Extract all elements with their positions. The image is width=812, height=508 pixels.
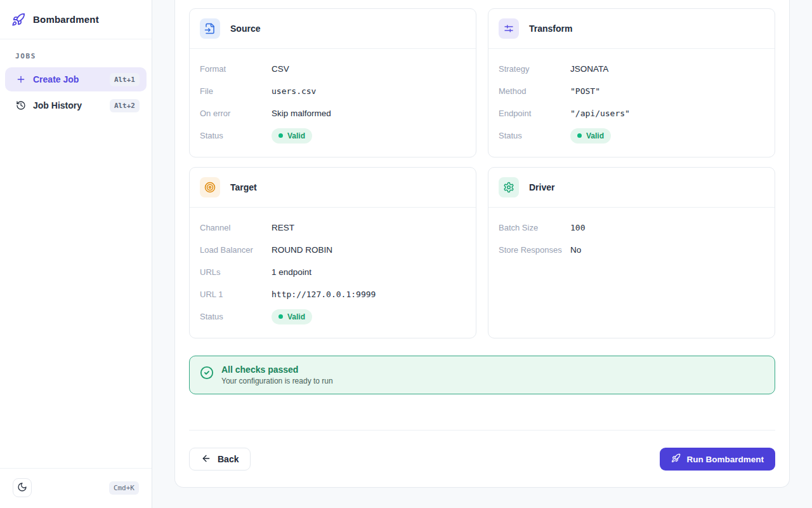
row-value: users.csv <box>272 86 316 96</box>
row-label: Status <box>499 131 570 140</box>
card-title: Transform <box>529 23 572 34</box>
file-input-icon <box>200 18 220 39</box>
card-title: Target <box>230 182 257 192</box>
row-label: URL 1 <box>200 290 272 299</box>
config-row: URL 1 http://127.0.0.1:9999 <box>200 283 466 305</box>
card-body: Strategy JSONATA Method "POST" Endpoint … <box>488 49 775 157</box>
panel-footer: Back Run Bombardment <box>189 430 775 471</box>
row-value: JSONATA <box>570 64 608 74</box>
row-value: 1 endpoint <box>272 267 311 277</box>
sidebar-item-job-history[interactable]: Job History Alt+2 <box>5 93 147 117</box>
config-row: File users.csv <box>200 80 466 102</box>
status-dot-icon <box>278 314 283 319</box>
sliders-icon <box>499 18 519 39</box>
target-icon <box>200 177 220 197</box>
sidebar-nav: JOBS Create Job Alt+1 Job History Alt+2 <box>0 39 152 468</box>
card-body: Batch Size 100 Store Responses No <box>488 208 775 271</box>
config-row: Status Valid <box>499 124 764 147</box>
nav-items: Create Job Alt+1 Job History Alt+2 <box>5 67 147 117</box>
status-badge: Valid <box>272 309 312 324</box>
row-label: On error <box>200 109 272 118</box>
row-value: Skip malformed <box>272 109 331 118</box>
shortcut-badge: Alt+2 <box>110 99 140 112</box>
config-row: Format CSV <box>200 58 466 80</box>
gear-icon <box>499 177 519 197</box>
row-label: File <box>200 86 272 96</box>
row-label: Method <box>499 86 570 96</box>
row-value: http://127.0.0.1:9999 <box>272 290 376 299</box>
row-label: Strategy <box>499 64 570 74</box>
card-source: Source Format CSV File users.csv On erro… <box>189 8 476 157</box>
row-value: No <box>570 245 581 255</box>
status-badge: Valid <box>570 128 611 144</box>
rocket-icon <box>671 453 681 465</box>
banner-title: All checks passed <box>221 364 333 375</box>
row-label: Store Responses <box>499 245 570 255</box>
card-header: Driver <box>488 168 775 208</box>
row-label: Status <box>200 131 272 140</box>
card-body: Format CSV File users.csv On error Skip … <box>190 49 476 157</box>
status-label: Valid <box>586 131 604 140</box>
review-panel: Source Format CSV File users.csv On erro… <box>174 0 790 488</box>
config-row: Channel REST <box>200 217 466 239</box>
run-bombardment-label: Run Bombardment <box>687 455 764 464</box>
run-bombardment-button[interactable]: Run Bombardment <box>660 448 776 471</box>
review-cards-grid: Source Format CSV File users.csv On erro… <box>189 8 775 338</box>
card-body: Channel REST Load Balancer ROUND ROBIN U… <box>190 208 476 338</box>
config-row: Status Valid <box>200 124 466 147</box>
row-label: Load Balancer <box>200 245 272 255</box>
card-transform: Transform Strategy JSONATA Method "POST"… <box>488 8 775 157</box>
config-row: Status Valid <box>200 305 466 328</box>
config-row: Store Responses No <box>499 239 764 261</box>
config-row: Load Balancer ROUND ROBIN <box>200 239 466 261</box>
row-value: ROUND ROBIN <box>272 245 332 255</box>
sidebar-item-create-job[interactable]: Create Job Alt+1 <box>5 67 147 91</box>
card-target: Target Channel REST Load Balancer ROUND … <box>189 167 476 338</box>
moon-icon <box>17 482 27 494</box>
status-label: Valid <box>287 312 305 321</box>
status-dot-icon <box>577 133 582 138</box>
row-value: 100 <box>570 223 585 232</box>
history-icon <box>16 100 26 110</box>
config-row: Endpoint "/api/users" <box>499 102 764 124</box>
row-value: REST <box>272 223 294 232</box>
config-row: Batch Size 100 <box>499 217 764 239</box>
card-header: Source <box>190 9 476 49</box>
row-label: Status <box>200 312 272 321</box>
sidebar-header: Bombardment <box>0 0 152 39</box>
main-area: Source Format CSV File users.csv On erro… <box>152 0 812 508</box>
app-title: Bombardment <box>33 14 99 25</box>
check-circle-icon <box>200 366 214 380</box>
row-label: Endpoint <box>499 109 570 118</box>
status-badge: Valid <box>272 128 312 144</box>
card-title: Source <box>230 23 260 34</box>
back-button[interactable]: Back <box>189 448 251 471</box>
back-button-label: Back <box>218 454 239 464</box>
status-dot-icon <box>278 133 283 138</box>
config-row: Strategy JSONATA <box>499 58 764 80</box>
card-title: Driver <box>529 182 554 192</box>
nav-section-label: JOBS <box>5 47 147 67</box>
rocket-icon <box>11 13 25 27</box>
row-label: Channel <box>200 223 272 232</box>
card-driver: Driver Batch Size 100 Store Responses No <box>488 167 775 338</box>
sidebar-item-label: Create Job <box>33 74 79 84</box>
command-palette-shortcut[interactable]: Cmd+K <box>109 481 139 495</box>
row-label: URLs <box>200 267 272 277</box>
shortcut-badge: Alt+1 <box>110 73 140 86</box>
sidebar-item-label: Job History <box>33 100 82 110</box>
row-value: "/api/users" <box>570 109 630 118</box>
row-label: Format <box>200 64 272 74</box>
card-header: Target <box>190 168 476 208</box>
theme-toggle-button[interactable] <box>13 478 32 497</box>
config-row: Method "POST" <box>499 80 764 102</box>
banner-subtitle: Your configuration is ready to run <box>221 377 333 385</box>
row-label: Batch Size <box>499 223 570 232</box>
status-label: Valid <box>287 131 305 140</box>
sidebar: Bombardment JOBS Create Job Alt+1 Job Hi… <box>0 0 152 508</box>
config-row: On error Skip malformed <box>200 102 466 124</box>
card-header: Transform <box>488 9 775 49</box>
arrow-left-icon <box>201 453 211 465</box>
plus-icon <box>16 74 26 84</box>
row-value: CSV <box>272 64 289 74</box>
